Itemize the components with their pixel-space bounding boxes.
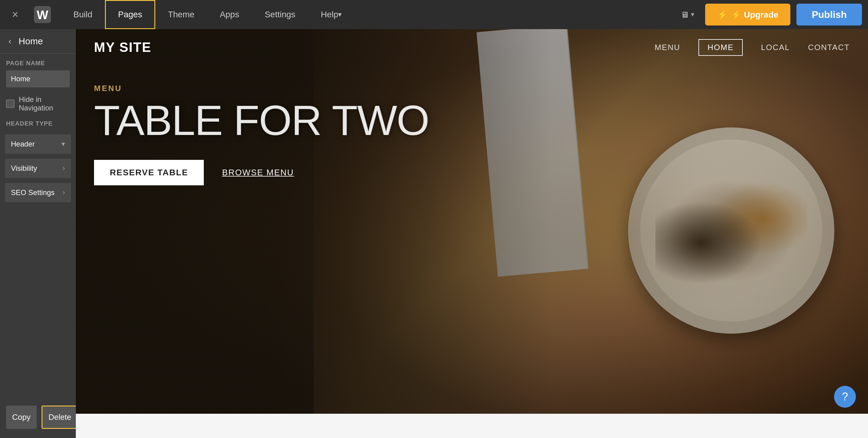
weebly-logo: W (30, 5, 55, 24)
delete-page-button[interactable]: Delete (41, 406, 78, 429)
site-nav-contact[interactable]: CONTACT (808, 43, 850, 52)
publish-button[interactable]: Publish (797, 4, 862, 26)
device-toggle-button[interactable]: 🖥 ▾ (676, 7, 699, 22)
hero-title: TABLE FOR TWO (94, 99, 429, 142)
page-name-section: PAGE NAME (0, 54, 76, 90)
top-nav-bar: × W Build Pages Theme Apps Settings Help… (0, 0, 868, 29)
hide-navigation-checkbox[interactable] (6, 99, 14, 108)
site-nav-local[interactable]: LOCAL (761, 43, 790, 52)
sidebar-header: ‹ Home (0, 29, 76, 54)
site-navigation: MY SITE MENU HOME LOCAL CONTACT (76, 29, 868, 65)
nav-item-theme[interactable]: Theme (155, 0, 207, 29)
sidebar-panel: ‹ Home PAGE NAME Hide in Navigation HEAD… (0, 29, 76, 438)
nav-item-build[interactable]: Build (61, 0, 105, 29)
nav-item-help[interactable]: Help (308, 0, 354, 29)
website-preview: MY SITE MENU HOME LOCAL CONTACT (76, 29, 868, 438)
hero-section: MY SITE MENU HOME LOCAL CONTACT (76, 29, 868, 438)
hero-subtitle: MENU (94, 84, 429, 93)
hero-content: MENU TABLE FOR TWO RESERVE TABLE BROWSE … (94, 84, 429, 185)
header-type-chevron-icon: ▾ (62, 140, 65, 148)
nav-item-settings[interactable]: Settings (252, 0, 308, 29)
header-type-dropdown[interactable]: Header ▾ (5, 134, 71, 154)
seo-chevron-icon: › (63, 189, 65, 196)
nav-item-pages[interactable]: Pages (105, 0, 155, 29)
back-button[interactable]: ‹ (6, 35, 14, 47)
visibility-menu-item[interactable]: Visibility › (5, 159, 71, 178)
hero-buttons: RESERVE TABLE BROWSE MENU (94, 160, 429, 185)
preview-area: MY SITE MENU HOME LOCAL CONTACT (76, 29, 868, 438)
close-button[interactable]: × (6, 5, 24, 24)
sidebar-page-title: Home (19, 36, 43, 46)
bottom-white-strip (76, 414, 868, 438)
site-nav-home[interactable]: HOME (699, 39, 743, 56)
header-type-label: HEADER TYPE (5, 120, 71, 127)
page-name-input[interactable] (6, 70, 70, 87)
upgrade-button[interactable]: ⚡ ⚡ Upgrade (705, 4, 790, 26)
site-nav-menu[interactable]: MENU (654, 43, 680, 52)
nav-right-actions: 🖥 ▾ ⚡ ⚡ Upgrade Publish (676, 4, 862, 26)
sidebar-bottom-actions: Copy Delete (0, 397, 76, 438)
copy-page-button[interactable]: Copy (6, 406, 37, 429)
site-logo: MY SITE (94, 40, 151, 55)
hide-navigation-row: Hide in Navigation (0, 90, 76, 117)
page-name-label: PAGE NAME (6, 60, 70, 67)
browse-menu-link[interactable]: BROWSE MENU (222, 168, 294, 178)
nav-item-apps[interactable]: Apps (207, 0, 252, 29)
main-layout: ‹ Home PAGE NAME Hide in Navigation HEAD… (0, 29, 868, 438)
help-button[interactable]: ? (834, 386, 856, 408)
hide-navigation-label: Hide in Navigation (19, 95, 70, 112)
nav-items: Build Pages Theme Apps Settings Help (61, 0, 673, 29)
visibility-chevron-icon: › (63, 164, 65, 172)
reserve-table-button[interactable]: RESERVE TABLE (94, 160, 204, 185)
seo-settings-menu-item[interactable]: SEO Settings › (5, 183, 71, 202)
site-nav-items: MENU HOME LOCAL CONTACT (654, 39, 850, 56)
svg-text:W: W (37, 8, 49, 22)
